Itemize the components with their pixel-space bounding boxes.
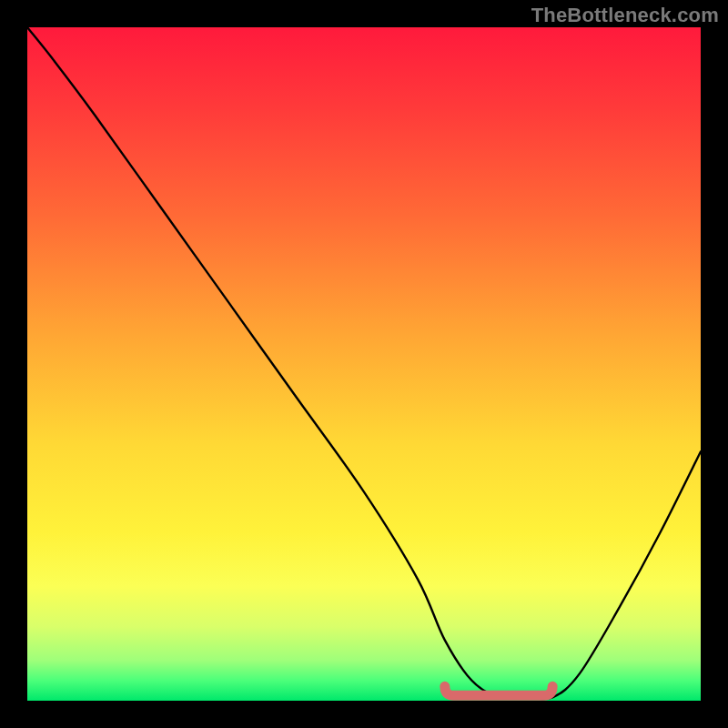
chart-frame: TheBottleneck.com — [0, 0, 728, 728]
plot-area — [27, 27, 701, 701]
watermark-text: TheBottleneck.com — [531, 4, 719, 27]
curve-path — [27, 27, 701, 699]
flat-region-marker — [445, 686, 552, 695]
bottleneck-curve — [27, 27, 701, 701]
